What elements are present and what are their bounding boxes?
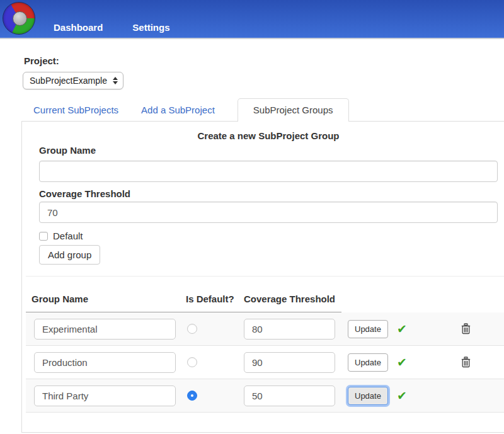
subproject-tabs: Current SubProjects Add a SubProject Sub… — [0, 97, 504, 121]
nav-settings-link[interactable]: Settings — [132, 22, 169, 33]
coverage-threshold-input[interactable] — [39, 202, 498, 223]
group-name-input[interactable] — [39, 161, 498, 182]
success-check-icon: ✔ — [397, 357, 407, 368]
coverage-threshold-input[interactable] — [244, 319, 335, 340]
delete-trash-icon[interactable] — [461, 323, 471, 334]
cdash-logo-icon — [3, 2, 35, 35]
default-checkbox[interactable] — [39, 232, 48, 241]
nav-dashboard-link[interactable]: Dashboard — [54, 22, 103, 33]
coverage-threshold-input[interactable] — [244, 352, 335, 373]
tab-subproject-groups[interactable]: SubProject Groups — [238, 98, 349, 122]
success-check-icon: ✔ — [397, 323, 407, 335]
update-button[interactable]: Update — [348, 320, 388, 338]
add-group-button[interactable]: Add group — [39, 245, 100, 265]
group-row: Update ✔ — [26, 379, 504, 413]
is-default-radio[interactable] — [187, 391, 197, 401]
is-default-radio[interactable] — [187, 357, 197, 367]
create-group-form: Create a new SubProject Group Group Name… — [22, 130, 504, 265]
page: Dashboard Settings Project: SubProjectEx… — [0, 0, 504, 434]
group-name-input[interactable] — [34, 319, 176, 340]
group-name-input[interactable] — [34, 352, 176, 373]
delete-trash-icon[interactable] — [461, 357, 471, 368]
group-name-input[interactable] — [34, 385, 176, 406]
project-select-value: SubProjectExample — [30, 76, 113, 86]
groups-table-body: Update ✔ Update ✔ — [26, 312, 504, 413]
is-default-radio[interactable] — [187, 324, 197, 334]
default-checkbox-label: Default — [53, 231, 83, 241]
create-group-title: Create a new SubProject Group — [39, 130, 498, 141]
header-group-name: Group Name — [26, 294, 186, 312]
coverage-threshold-input[interactable] — [244, 385, 335, 406]
tab-current-subprojects[interactable]: Current SubProjects — [24, 99, 128, 121]
header-is-default: Is Default? — [186, 294, 244, 312]
select-stepper-icon — [113, 77, 118, 84]
project-select[interactable]: SubProjectExample — [23, 72, 123, 89]
project-label: Project: — [24, 55, 504, 66]
coverage-threshold-label: Coverage Threshold — [39, 188, 498, 199]
update-button[interactable]: Update — [348, 353, 388, 372]
groups-table: Group Name Is Default? Coverage Threshol… — [26, 276, 504, 413]
success-check-icon: ✔ — [397, 390, 407, 402]
update-button[interactable]: Update — [348, 387, 388, 405]
groups-table-header: Group Name Is Default? Coverage Threshol… — [26, 277, 504, 312]
top-navigation-bar: Dashboard Settings — [0, 0, 504, 39]
group-row: Update ✔ — [26, 346, 504, 379]
subproject-groups-panel: Create a new SubProject Group Group Name… — [21, 121, 504, 433]
header-coverage-threshold: Coverage Threshold — [244, 294, 341, 312]
group-row: Update ✔ — [26, 312, 504, 346]
tab-add-a-subproject[interactable]: Add a SubProject — [132, 99, 224, 121]
group-name-label: Group Name — [39, 145, 498, 156]
